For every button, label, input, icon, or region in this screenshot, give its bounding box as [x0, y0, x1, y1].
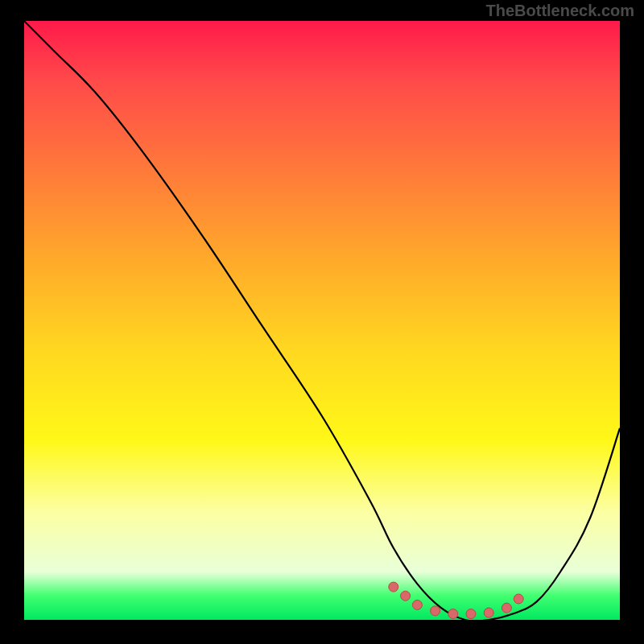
optimal-range-markers — [389, 582, 523, 618]
marker-dot — [431, 606, 440, 616]
marker-dot — [502, 603, 511, 613]
marker-dot — [466, 609, 476, 619]
marker-dot — [514, 594, 523, 604]
marker-dot — [389, 582, 398, 592]
marker-dot — [448, 609, 458, 619]
marker-dot — [412, 600, 422, 609]
chart-svg — [24, 21, 620, 620]
chart-plot-area — [24, 21, 620, 620]
marker-dot — [484, 608, 493, 617]
watermark-text: TheBottleneck.com — [486, 2, 634, 20]
marker-dot — [401, 591, 411, 601]
bottleneck-curve-path — [24, 21, 620, 621]
